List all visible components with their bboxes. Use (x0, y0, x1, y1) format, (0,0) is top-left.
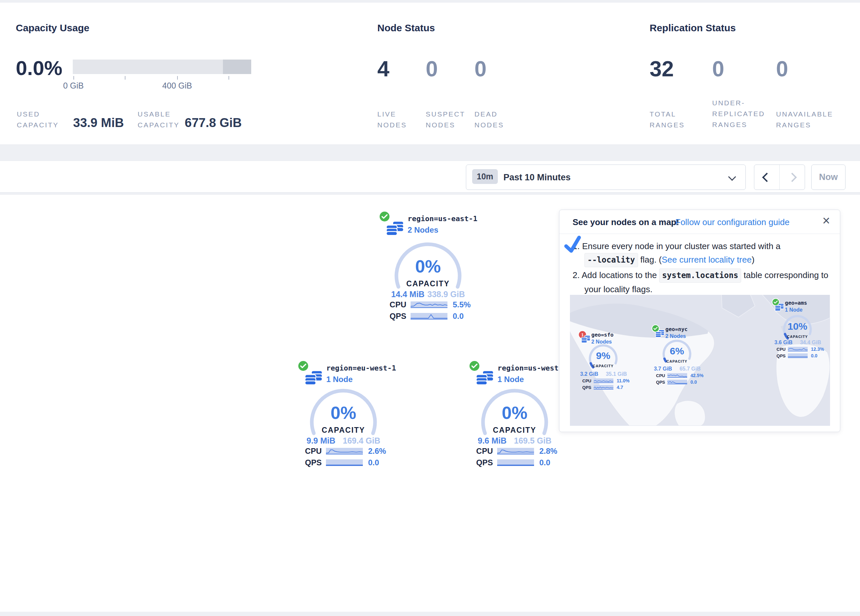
database-nodes-icon (304, 368, 323, 388)
capacity-values: 14.4 MiB 338.9 GiB (391, 290, 465, 299)
used-value: 9.9 MiB (306, 436, 336, 445)
capacity-percent: 9% (587, 350, 619, 361)
cpu-sparkline (594, 378, 614, 383)
region-metrics: CPU 5.5% QPS 0.0 (387, 299, 471, 323)
region-node-count: 1 Node (326, 375, 396, 384)
unavailable-ranges-value: 0 (776, 58, 788, 80)
cpu-label: CPU (303, 447, 322, 456)
used-capacity-value: 33.9 MiB (73, 116, 124, 130)
time-range-dropdown[interactable]: 10m Past 10 Minutes (466, 165, 746, 190)
capacity-percent: 0% (307, 403, 380, 423)
region-node-count: 1 Node (497, 375, 567, 384)
total-value: 169.4 GiB (343, 436, 380, 445)
locality-tree-link[interactable]: See current locality tree (662, 255, 752, 265)
capacity-label: CAPACITY (587, 364, 619, 368)
cpu-value: 11.0% (617, 378, 629, 383)
map-node-name: geo=ams (785, 300, 807, 306)
capacity-percent: 0% (392, 256, 464, 276)
capacity-values: 3.6 GiB 34.4 GiB (774, 340, 821, 345)
map-node-name: geo=sfo (591, 332, 614, 338)
code-system-locations: system.locations (659, 268, 741, 283)
cluster-summary-bar: Capacity Usage 0.0% 0 GiB 400 GiB USED C… (0, 3, 860, 145)
capacity-usage-percent: 0.0% (16, 58, 62, 78)
qps-sparkline (411, 313, 447, 320)
step-text: Ensure every node in your cluster was st… (582, 241, 781, 251)
capacity-label: CAPACITY (661, 359, 693, 363)
region-node-count: 2 Nodes (408, 226, 477, 235)
axis-tick (177, 76, 178, 80)
capacity-percent: 0% (479, 403, 551, 423)
cpu-label: CPU (474, 447, 493, 456)
database-nodes-icon (655, 329, 665, 339)
qps-label: QPS (775, 353, 786, 358)
capacity-usage-bar-segment (223, 60, 251, 74)
under-replicated-ranges-label: UNDER-REPLICATED RANGES (712, 97, 773, 130)
qps-value: 0.0 (453, 312, 464, 321)
suspect-nodes-value: 0 (426, 58, 438, 80)
usable-capacity-label: USABLE CAPACITY (138, 108, 187, 130)
qps-sparkline (497, 459, 534, 466)
used-value: 3.2 GiB (580, 371, 598, 377)
used-value: 3.7 GiB (654, 366, 672, 372)
cpu-label: CPU (581, 378, 591, 383)
qps-value: 0.0 (811, 353, 817, 358)
used-value: 9.6 MiB (478, 436, 507, 445)
capacity-percent: 10% (782, 321, 813, 332)
close-icon[interactable]: × (822, 214, 830, 227)
map-node-sfo-gauge: 9% CAPACITY (587, 343, 619, 375)
capacity-percent: 6% (661, 345, 693, 357)
suspect-nodes-label: SUSPECT NODES (426, 108, 467, 130)
time-nav-group (754, 165, 805, 190)
qps-value: 4.7 (617, 385, 623, 390)
usable-capacity-value: 677.8 GiB (185, 116, 242, 130)
capacity-label: CAPACITY (307, 426, 380, 435)
qps-value: 0.0 (691, 379, 697, 385)
qps-label: QPS (474, 458, 493, 467)
cpu-sparkline (497, 448, 534, 455)
region-metrics: CPU 2.6% QPS 0.0 (303, 446, 386, 469)
now-button[interactable]: Now (811, 165, 846, 190)
capacity-values: 9.6 MiB 169.5 GiB (478, 436, 551, 445)
configuration-guide-link[interactable]: Follow our configuration guide (675, 217, 789, 227)
code-locality-flag: --locality (584, 253, 638, 267)
world-map-preview: 1 geo=sfo 2 Nodes (570, 295, 830, 426)
dead-nodes-label: DEAD NODES (474, 108, 511, 130)
step-text: ) (752, 255, 755, 265)
check-icon (562, 234, 583, 255)
capacity-values: 9.9 MiB 169.4 GiB (306, 436, 380, 445)
total-value: 35.1 GiB (606, 371, 627, 377)
step-number: 2. (573, 270, 580, 280)
time-prev-button[interactable] (754, 165, 779, 190)
cpu-label: CPU (775, 347, 786, 352)
qps-sparkline (594, 385, 614, 390)
qps-sparkline (667, 380, 687, 384)
chevron-right-icon (788, 172, 797, 182)
region-name: region=eu-west-1 (326, 364, 396, 372)
dead-nodes-value: 0 (474, 58, 486, 80)
map-node-metrics: CPU 42.5% QPS (654, 373, 704, 386)
region-name: region=us-east-1 (408, 215, 477, 223)
capacity-values: 3.7 GiB 65.7 GiB (654, 366, 701, 372)
qps-value: 0.0 (368, 458, 379, 467)
cpu-value: 42.5% (691, 373, 704, 378)
used-capacity-label: USED CAPACITY (17, 108, 63, 130)
total-ranges-value: 32 (650, 58, 674, 80)
map-node-metrics: CPU 12.3% QPS (775, 346, 824, 359)
node-map-setup-popup: See your nodes on a map! Follow our conf… (559, 210, 840, 432)
database-nodes-icon (385, 219, 404, 238)
node-status-title: Node Status (377, 22, 435, 34)
step-text: Add locations to the (581, 270, 659, 280)
under-replicated-ranges-value: 0 (712, 58, 724, 80)
cpu-sparkline (326, 448, 363, 455)
axis-tick (74, 76, 74, 80)
cpu-value: 2.6% (368, 447, 386, 456)
time-next-button[interactable] (779, 165, 805, 190)
map-node-metrics: CPU 11.0% QPS (581, 378, 629, 391)
time-range-badge: 10m (472, 169, 498, 184)
cpu-label: CPU (387, 300, 406, 309)
region-name: region=us-west-1 (497, 364, 567, 372)
qps-label: QPS (303, 458, 322, 467)
total-ranges-label: TOTAL RANGES (650, 108, 686, 130)
popup-header: See your nodes on a map! Follow our conf… (559, 210, 840, 234)
map-node-nyc-gauge: 6% CAPACITY (661, 338, 693, 370)
